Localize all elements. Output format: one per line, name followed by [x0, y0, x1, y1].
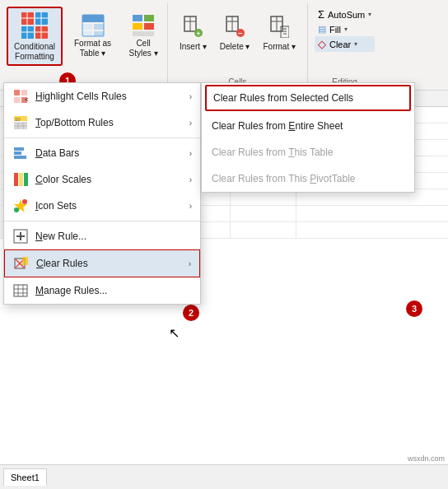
svg-rect-21	[144, 23, 154, 30]
format-button[interactable]: Format ▾	[259, 13, 301, 54]
autosum-caret: ▾	[368, 11, 371, 18]
format-label: Format ▾	[264, 42, 296, 52]
cell-styles-icon	[132, 14, 155, 37]
highlight-cells-label: Highlight Cells Rules	[35, 91, 183, 102]
sheet-tab-bar: Sheet1	[0, 464, 448, 489]
highlight-cells-rules-item[interactable]: < Highlight Cells Rules ›	[4, 83, 200, 109]
svg-rect-19	[144, 15, 154, 21]
fill-caret: ▾	[344, 26, 348, 33]
fill-label: Fill	[329, 25, 341, 35]
delete-label: Delete ▾	[220, 42, 250, 52]
color-scales-arrow: ›	[189, 175, 192, 184]
manage-rules-icon	[12, 282, 29, 299]
clear-entire-sheet-label: Clear Rules from Entire Sheet	[212, 120, 343, 132]
color-scales-icon	[12, 171, 29, 188]
clear-rules-item[interactable]: Clear Rules ›	[4, 249, 200, 277]
svg-rect-54	[14, 156, 26, 159]
manage-rules-label: Manage Rules...	[35, 285, 192, 296]
clear-rules-icon	[13, 255, 30, 272]
svg-rect-68	[14, 285, 27, 296]
svg-rect-52	[14, 147, 24, 151]
svg-rect-13	[82, 24, 92, 30]
watermark: wsxdn.com	[408, 454, 445, 463]
new-rule-item[interactable]: New Rule...	[4, 223, 200, 249]
svg-rect-56	[19, 173, 23, 186]
svg-text:10: 10	[15, 117, 21, 122]
format-as-table-label: Format asTable ▾	[74, 39, 111, 58]
sheet-tab[interactable]: Sheet1	[3, 468, 47, 486]
insert-icon: +	[183, 15, 203, 40]
clear-rules-label: Clear Rules	[36, 258, 182, 269]
delete-button[interactable]: − Delete ▾	[215, 13, 255, 54]
manage-rules-item[interactable]: Manage Rules...	[4, 277, 200, 304]
svg-rect-42	[14, 97, 20, 103]
new-rule-icon	[12, 228, 29, 244]
icon-sets-arrow: ›	[189, 202, 192, 211]
editing-group: Σ AutoSum ▾ ▤ Fill ▾ ◇ Clear ▾ Editing	[308, 3, 381, 90]
highlight-cells-arrow: ›	[189, 92, 192, 101]
svg-rect-53	[14, 151, 21, 155]
autosum-button[interactable]: Σ AutoSum ▾	[315, 7, 375, 22]
clear-selected-cells-label: Clear Rules from Selected Cells	[213, 92, 353, 104]
svg-rect-16	[94, 31, 104, 36]
svg-text:−: −	[238, 29, 243, 38]
highlight-cells-icon: <	[12, 88, 29, 105]
top-bottom-arrow: ›	[189, 119, 192, 128]
clear-icon: ◇	[318, 38, 326, 50]
conditional-formatting-icon	[18, 11, 51, 40]
icon-sets-icon	[12, 198, 29, 214]
conditional-formatting-label: Conditional Formatting	[14, 42, 55, 62]
svg-text:+: +	[197, 30, 201, 38]
autosum-label: AutoSum	[328, 10, 365, 20]
color-scales-item[interactable]: Color Scales ›	[4, 166, 200, 193]
svg-point-59	[22, 199, 27, 204]
clear-rules-submenu: Clear Rules from Selected Cells Clear Ru…	[201, 82, 415, 193]
clear-this-table-item: Clear Rules from This Table	[202, 139, 414, 165]
svg-rect-57	[24, 173, 28, 186]
format-as-table-button[interactable]: Format asTable ▾	[69, 7, 116, 66]
svg-rect-15	[82, 31, 92, 36]
svg-rect-20	[133, 23, 142, 30]
svg-rect-55	[14, 173, 18, 186]
svg-text:<: <	[25, 95, 28, 104]
menu-sep-2	[4, 221, 200, 221]
cell-styles-label: CellStyles ▾	[129, 39, 158, 58]
clear-this-table-label: Clear Rules from This Table	[212, 147, 334, 158]
top-bottom-rules-item[interactable]: 10 Top/Bottom Rules ›	[4, 109, 200, 136]
icon-sets-item[interactable]: Icon Sets ›	[4, 193, 200, 219]
top-bottom-label: Top/Bottom Rules	[35, 117, 183, 128]
insert-label: Insert ▾	[180, 42, 207, 52]
data-bars-icon	[12, 145, 29, 161]
conditional-formatting-menu: < Highlight Cells Rules › 10 Top/Bottom …	[3, 82, 201, 305]
format-icon	[269, 15, 289, 40]
clear-button[interactable]: ◇ Clear ▾	[315, 36, 375, 52]
data-bars-arrow: ›	[189, 149, 192, 158]
svg-rect-14	[94, 24, 104, 30]
svg-rect-67	[22, 257, 28, 265]
clear-selected-cells-item[interactable]: Clear Rules from Selected Cells	[205, 85, 411, 111]
insert-button[interactable]: + Insert ▾	[175, 13, 212, 54]
conditional-formatting-button[interactable]: Conditional Formatting	[7, 7, 63, 66]
cell-styles-button[interactable]: CellStyles ▾	[123, 7, 164, 66]
data-bars-item[interactable]: Data Bars ›	[4, 140, 200, 166]
clear-caret: ▾	[354, 40, 357, 48]
clear-rules-arrow: ›	[189, 259, 191, 268]
color-scales-label: Color Scales	[35, 174, 183, 185]
top-bottom-icon: 10	[12, 114, 29, 131]
svg-rect-40	[14, 90, 20, 95]
clear-pivot-table-item: Clear Rules from This PivotTable	[202, 165, 414, 192]
menu-sep-1	[4, 137, 200, 138]
svg-point-60	[14, 207, 19, 212]
delete-icon: −	[225, 15, 245, 40]
clear-entire-sheet-item[interactable]: Clear Rules from Entire Sheet	[202, 113, 414, 139]
svg-rect-22	[133, 31, 154, 36]
fill-button[interactable]: ▤ Fill ▾	[315, 22, 375, 36]
clear-label: Clear	[329, 40, 351, 49]
autosum-icon: Σ	[318, 8, 324, 21]
badge-3: 3	[406, 300, 422, 317]
svg-rect-18	[133, 15, 142, 21]
clear-pivot-table-label: Clear Rules from This PivotTable	[212, 173, 356, 184]
badge-2: 2	[183, 305, 199, 321]
format-as-table-icon	[82, 14, 105, 37]
data-bars-label: Data Bars	[35, 147, 183, 159]
